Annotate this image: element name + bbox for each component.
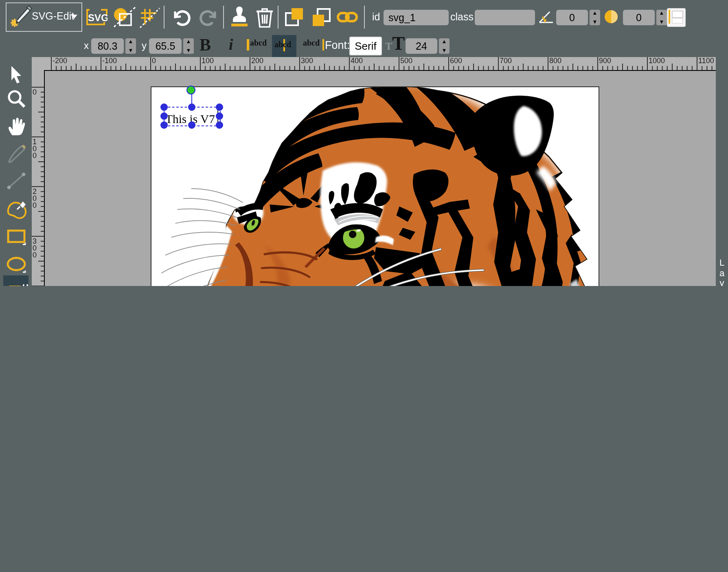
svg-text:1000: 1000: [649, 57, 665, 65]
svg-text:200: 200: [251, 57, 263, 65]
svg-text:1100: 1100: [698, 57, 714, 65]
svg-text:SVG: SVG: [88, 12, 107, 23]
svg-text:-200: -200: [53, 57, 67, 65]
svg-text:400: 400: [351, 57, 363, 65]
svg-text:600: 600: [450, 57, 462, 65]
svg-text:700: 700: [500, 57, 512, 65]
svg-text:0: 0: [33, 201, 37, 209]
svg-text:300: 300: [301, 57, 313, 65]
svg-text:T: T: [9, 282, 21, 286]
svg-text:800: 800: [549, 57, 561, 65]
svg-text:0: 0: [33, 152, 37, 160]
svg-text:0: 0: [33, 251, 37, 259]
svg-text:100: 100: [202, 57, 214, 65]
svg-text:-100: -100: [102, 57, 117, 65]
svg-text:900: 900: [599, 57, 611, 65]
svg-text:0: 0: [152, 57, 156, 65]
svg-text:500: 500: [400, 57, 412, 65]
svg-text:0: 0: [33, 88, 37, 96]
